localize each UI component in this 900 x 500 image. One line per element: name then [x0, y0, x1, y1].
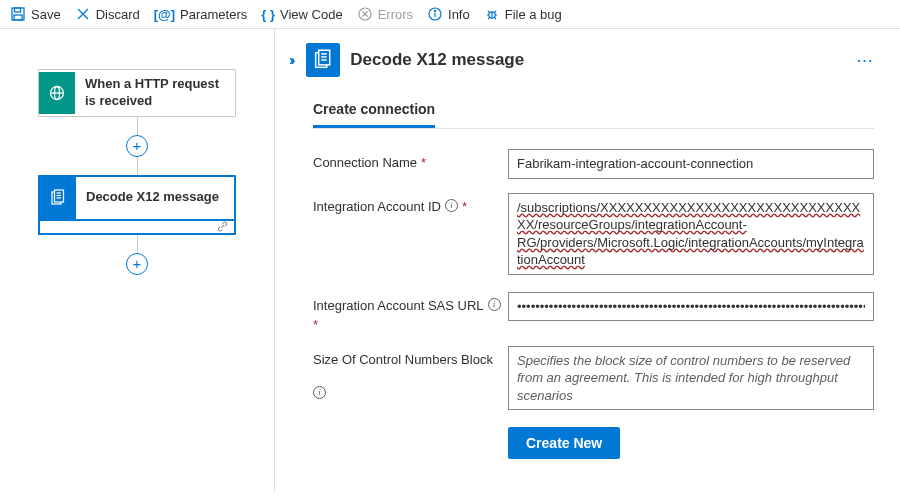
- details-panel: ›› Decode X12 message ··· Create connect…: [275, 29, 900, 493]
- trigger-node-title: When a HTTP request is received: [75, 70, 235, 116]
- tab-create-connection[interactable]: Create connection: [313, 95, 435, 128]
- parameters-button[interactable]: [@] Parameters: [154, 7, 248, 22]
- discard-label: Discard: [96, 7, 140, 22]
- add-step-button[interactable]: +: [126, 135, 148, 157]
- svg-line-15: [488, 11, 490, 13]
- http-trigger-icon: [39, 72, 75, 114]
- info-label: Info: [448, 7, 470, 22]
- info-button[interactable]: Info: [427, 6, 470, 22]
- discard-icon: [75, 6, 91, 22]
- discard-button[interactable]: Discard: [75, 6, 140, 22]
- designer-canvas: When a HTTP request is received + Decode…: [0, 29, 275, 493]
- add-step-button[interactable]: +: [126, 253, 148, 275]
- block-size-input[interactable]: Specifies the block size of control numb…: [508, 346, 874, 411]
- connection-name-input[interactable]: [508, 149, 874, 179]
- panel-header: ›› Decode X12 message ···: [289, 43, 874, 77]
- info-icon[interactable]: i: [488, 298, 501, 311]
- connector-line: [137, 157, 138, 175]
- connector-line: [137, 117, 138, 135]
- svg-point-10: [434, 10, 435, 11]
- connection-name-label: Connection Name*: [313, 149, 508, 179]
- code-icon: { }: [261, 7, 275, 22]
- view-code-button[interactable]: { } View Code: [261, 7, 342, 22]
- sas-url-input[interactable]: [508, 292, 874, 322]
- save-button[interactable]: Save: [10, 6, 61, 22]
- action-node-footer: [38, 219, 236, 235]
- x12-action-icon: [40, 177, 76, 219]
- save-icon: [10, 6, 26, 22]
- connector-line: [137, 235, 138, 253]
- sas-url-label: Integration Account SAS URL i *: [313, 292, 508, 332]
- tab-row: Create connection: [313, 95, 874, 129]
- errors-icon: [357, 6, 373, 22]
- block-size-label: Size Of Control Numbers Block i: [313, 346, 508, 414]
- svg-rect-2: [14, 15, 22, 20]
- svg-line-17: [488, 18, 490, 20]
- parameters-label: Parameters: [180, 7, 247, 22]
- collapse-icon[interactable]: ››: [289, 52, 296, 68]
- file-bug-label: File a bug: [505, 7, 562, 22]
- toolbar: Save Discard [@] Parameters { } View Cod…: [0, 0, 900, 29]
- file-bug-button[interactable]: File a bug: [484, 6, 562, 22]
- errors-label: Errors: [378, 7, 413, 22]
- x12-panel-icon: [306, 43, 340, 77]
- svg-rect-1: [15, 8, 21, 12]
- view-code-label: View Code: [280, 7, 343, 22]
- action-node[interactable]: Decode X12 message: [38, 175, 236, 221]
- save-label: Save: [31, 7, 61, 22]
- panel-title: Decode X12 message: [350, 50, 524, 70]
- bug-icon: [484, 6, 500, 22]
- parameters-icon: [@]: [154, 7, 175, 22]
- integration-account-id-input[interactable]: /subscriptions/XXXXXXXXXXXXXXXXXXXXXXXXX…: [508, 193, 874, 275]
- panel-menu-button[interactable]: ···: [857, 53, 874, 68]
- link-icon: [217, 221, 228, 232]
- create-new-button[interactable]: Create New: [508, 427, 620, 459]
- integration-account-id-label: Integration Account ID i *: [313, 193, 508, 278]
- errors-button: Errors: [357, 6, 413, 22]
- info-icon: [427, 6, 443, 22]
- info-icon[interactable]: i: [445, 199, 458, 212]
- trigger-node[interactable]: When a HTTP request is received: [38, 69, 236, 117]
- svg-line-18: [494, 18, 496, 20]
- info-icon[interactable]: i: [313, 386, 326, 399]
- action-node-title: Decode X12 message: [76, 183, 229, 212]
- svg-line-16: [494, 11, 496, 13]
